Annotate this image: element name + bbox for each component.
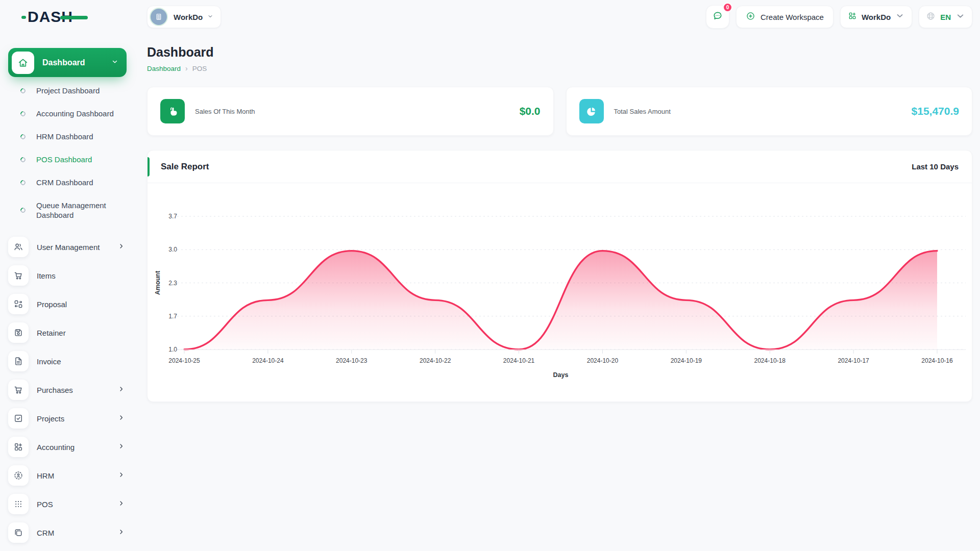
stat-value: $15,470.9 xyxy=(912,105,959,117)
stat-label: Total Sales Amount xyxy=(614,108,671,115)
chevron-right-icon xyxy=(118,242,125,252)
main-content: WorkDo 0 Create Workspace WorkDo EN xyxy=(135,0,980,551)
svg-text:2.3: 2.3 xyxy=(168,280,177,287)
svg-text:2024-10-24: 2024-10-24 xyxy=(252,357,284,364)
chevron-down-icon xyxy=(111,58,118,67)
logo-dot-icon xyxy=(21,16,26,19)
app-logo[interactable]: DASH xyxy=(28,8,89,27)
sidebar-item-invoice[interactable]: Invoice xyxy=(8,351,125,371)
sidebar-item-pos-dashboard[interactable]: POS Dashboard xyxy=(0,148,135,171)
messages-count-badge: 0 xyxy=(723,3,732,12)
sidebar-item-user-management[interactable]: User Management xyxy=(8,237,125,257)
accounting-icon xyxy=(8,437,29,457)
breadcrumb-separator-icon: › xyxy=(185,64,188,72)
stat-card-sales-of-this-month: Sales Of This Month $0.0 xyxy=(147,87,554,136)
svg-text:3.0: 3.0 xyxy=(168,246,177,253)
pie-chart-icon xyxy=(579,99,604,123)
chevron-right-icon xyxy=(118,385,125,394)
workspace-menu-label: WorkDo xyxy=(862,13,891,21)
card-accent-bar xyxy=(148,157,150,177)
home-icon xyxy=(12,52,34,74)
plus-circle-icon xyxy=(746,11,755,23)
stat-label: Sales Of This Month xyxy=(195,108,255,115)
sidebar-item-accounting[interactable]: Accounting xyxy=(8,437,125,457)
svg-text:2024-10-23: 2024-10-23 xyxy=(336,357,368,364)
hrm-icon xyxy=(8,465,29,486)
sidebar-item-crm-dashboard[interactable]: CRM Dashboard xyxy=(0,171,135,194)
bullet-icon xyxy=(19,133,27,140)
sidebar: DASH Dashboard Project Dashboard Account… xyxy=(0,0,135,551)
workspace-selector[interactable]: WorkDo xyxy=(147,6,221,28)
chevron-right-icon xyxy=(118,499,125,509)
crm-icon xyxy=(8,522,29,543)
svg-text:2024-10-25: 2024-10-25 xyxy=(168,357,200,364)
users-icon xyxy=(8,237,29,257)
report-title: Sale Report xyxy=(161,162,209,172)
sidebar-item-proposal[interactable]: Proposal xyxy=(8,294,125,314)
create-workspace-label: Create Workspace xyxy=(761,13,824,21)
globe-icon xyxy=(926,11,936,23)
create-workspace-button[interactable]: Create Workspace xyxy=(736,6,834,28)
dashboard-submenu: Project Dashboard Accounting Dashboard H… xyxy=(0,79,135,227)
cart-icon xyxy=(8,265,29,286)
stat-card-total-sales-amount: Total Sales Amount $15,470.9 xyxy=(566,87,973,136)
chevron-down-icon xyxy=(207,12,213,21)
topbar: WorkDo 0 Create Workspace WorkDo EN xyxy=(147,0,972,30)
sale-report-chart: 3.73.02.31.71.02024-10-252024-10-242024-… xyxy=(148,192,972,386)
breadcrumb-current: POS xyxy=(192,65,207,72)
sidebar-item-items[interactable]: Items xyxy=(8,265,125,286)
sidebar-item-dashboard[interactable]: Dashboard xyxy=(8,48,127,77)
bullet-icon xyxy=(19,156,27,163)
invoice-icon xyxy=(8,351,29,371)
chevron-down-icon xyxy=(895,11,904,22)
bullet-icon xyxy=(19,179,27,186)
sidebar-item-accounting-dashboard[interactable]: Accounting Dashboard xyxy=(0,102,135,125)
svg-text:1.0: 1.0 xyxy=(168,346,177,353)
sidebar-item-project-dashboard[interactable]: Project Dashboard xyxy=(0,79,135,102)
report-period-label: Last 10 Days xyxy=(912,162,959,171)
proposal-icon xyxy=(8,294,29,314)
svg-text:2024-10-16: 2024-10-16 xyxy=(921,357,953,364)
projects-icon xyxy=(8,408,29,429)
workspace-menu-button[interactable]: WorkDo xyxy=(840,6,912,28)
bullet-icon xyxy=(19,87,27,94)
language-selector[interactable]: EN xyxy=(919,6,972,28)
svg-text:2024-10-21: 2024-10-21 xyxy=(503,357,535,364)
chat-bubble-icon xyxy=(712,10,723,23)
cart-icon xyxy=(8,380,29,400)
svg-text:1.7: 1.7 xyxy=(168,313,177,320)
workspace-avatar xyxy=(150,8,168,26)
bullet-icon xyxy=(19,207,27,214)
sidebar-item-pos[interactable]: POS xyxy=(8,494,125,514)
logo-dash-icon xyxy=(60,16,88,19)
svg-text:Days: Days xyxy=(553,371,569,379)
svg-text:Amount: Amount xyxy=(154,270,161,295)
svg-text:2024-10-20: 2024-10-20 xyxy=(587,357,619,364)
stat-value: $0.0 xyxy=(520,105,541,117)
messages-button[interactable]: 0 xyxy=(706,5,729,29)
sidebar-item-label: Dashboard xyxy=(42,58,85,67)
sidebar-item-queue-management-dashboard[interactable]: Queue Management Dashboard xyxy=(0,194,135,227)
page-title: Dashboard xyxy=(147,45,972,60)
breadcrumb: Dashboard › POS xyxy=(147,64,972,72)
sidebar-item-crm[interactable]: CRM xyxy=(8,522,125,543)
hand-pointer-icon xyxy=(160,99,185,123)
sidebar-item-hrm-dashboard[interactable]: HRM Dashboard xyxy=(0,125,135,148)
language-label: EN xyxy=(940,13,951,21)
chevron-right-icon xyxy=(118,528,125,537)
svg-text:2024-10-17: 2024-10-17 xyxy=(838,357,869,364)
sidebar-item-purchases[interactable]: Purchases xyxy=(8,380,125,400)
chevron-right-icon xyxy=(118,471,125,480)
breadcrumb-dashboard-link[interactable]: Dashboard xyxy=(147,65,181,72)
grid-plus-icon xyxy=(848,11,857,22)
chevron-right-icon xyxy=(118,442,125,452)
sidebar-item-projects[interactable]: Projects xyxy=(8,408,125,429)
svg-text:2024-10-18: 2024-10-18 xyxy=(754,357,786,364)
sale-report-card: Sale Report Last 10 Days 3.73.02.31.71.0… xyxy=(147,150,972,402)
sidebar-item-retainer[interactable]: Retainer xyxy=(8,322,125,343)
svg-text:2024-10-19: 2024-10-19 xyxy=(671,357,702,364)
chevron-right-icon xyxy=(118,414,125,423)
chevron-down-icon xyxy=(955,11,965,23)
sidebar-item-hrm[interactable]: HRM xyxy=(8,465,125,486)
retainer-icon xyxy=(8,322,29,343)
